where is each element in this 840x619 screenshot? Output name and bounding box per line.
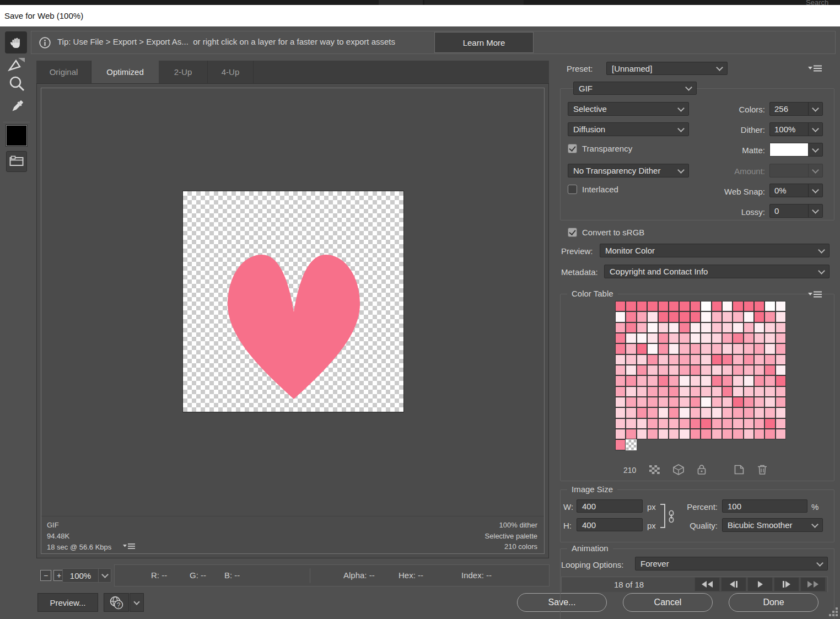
color-swatch[interactable] (679, 354, 690, 365)
color-swatch[interactable] (733, 354, 743, 365)
color-swatch[interactable] (615, 397, 626, 407)
color-reduction-select[interactable]: Selective (568, 102, 689, 116)
preset-select[interactable]: [Unnamed] (606, 62, 728, 75)
color-swatch[interactable] (754, 407, 764, 418)
color-swatch[interactable] (701, 354, 711, 365)
color-swatch[interactable] (647, 343, 658, 354)
color-swatch[interactable] (669, 343, 679, 354)
delete-color-icon[interactable] (757, 464, 767, 475)
color-swatch[interactable] (776, 311, 786, 322)
tool-slice-select-button[interactable] (7, 55, 26, 73)
color-swatch[interactable] (615, 375, 626, 386)
color-swatch[interactable] (637, 429, 647, 439)
color-swatch[interactable] (615, 301, 626, 311)
zoom-out-button[interactable]: − (40, 570, 51, 581)
color-swatch[interactable] (637, 354, 647, 365)
percent-input[interactable]: 100 (722, 499, 807, 513)
color-swatch[interactable] (776, 397, 786, 407)
color-swatch[interactable] (744, 375, 754, 386)
color-swatch[interactable] (722, 311, 733, 322)
color-swatch[interactable] (733, 418, 743, 429)
zoom-level-select[interactable]: 100% (62, 568, 111, 583)
color-swatch[interactable] (754, 333, 764, 343)
web-shift-cube-icon[interactable] (672, 464, 685, 475)
color-swatch[interactable] (744, 418, 754, 429)
color-swatch[interactable] (637, 322, 647, 333)
color-swatch[interactable] (764, 343, 775, 354)
color-swatch[interactable] (776, 301, 786, 311)
color-swatch[interactable] (754, 386, 764, 397)
color-swatch[interactable] (690, 365, 701, 375)
learn-more-button[interactable]: Learn More (434, 32, 534, 53)
format-select[interactable]: GIF (573, 82, 697, 95)
convert-srgb-checkbox[interactable] (568, 228, 577, 237)
height-input[interactable]: 400 (577, 518, 643, 531)
color-swatch[interactable] (722, 354, 733, 365)
color-swatch[interactable] (647, 375, 658, 386)
color-swatch[interactable] (701, 301, 711, 311)
color-swatch[interactable] (690, 322, 701, 333)
color-swatch[interactable] (712, 311, 722, 322)
color-swatch[interactable] (626, 311, 636, 322)
color-swatch[interactable] (744, 386, 754, 397)
color-swatch[interactable] (744, 354, 754, 365)
color-swatch[interactable] (712, 397, 722, 407)
color-swatch[interactable] (776, 418, 786, 429)
color-swatch[interactable] (722, 418, 733, 429)
preset-menu-icon[interactable] (808, 64, 822, 72)
image-canvas[interactable] (182, 191, 404, 412)
color-swatch[interactable] (744, 311, 754, 322)
color-swatch[interactable] (690, 375, 701, 386)
color-swatch[interactable] (626, 429, 636, 439)
tool-eyedropper-button[interactable] (7, 96, 27, 116)
color-swatch[interactable] (658, 354, 669, 365)
color-swatch[interactable] (658, 311, 669, 322)
color-swatch[interactable] (658, 333, 669, 343)
color-swatch[interactable] (669, 418, 679, 429)
color-swatch[interactable] (626, 365, 636, 375)
color-swatch[interactable] (615, 333, 626, 343)
color-swatch[interactable] (754, 429, 764, 439)
transparency-checkbox[interactable] (568, 144, 577, 153)
first-frame-button[interactable] (694, 577, 720, 591)
color-swatch[interactable] (626, 322, 636, 333)
color-swatch[interactable] (722, 322, 733, 333)
color-swatch[interactable] (776, 365, 786, 375)
play-button[interactable] (747, 577, 773, 591)
color-swatch[interactable] (733, 386, 743, 397)
next-frame-button[interactable] (774, 577, 799, 591)
color-swatch[interactable] (626, 386, 636, 397)
preview-mode-select[interactable]: Monitor Color (600, 244, 830, 257)
color-swatch[interactable] (658, 418, 669, 429)
tool-hand-button[interactable] (5, 31, 27, 53)
color-swatch[interactable] (626, 301, 636, 311)
color-swatch-transparency[interactable] (626, 439, 636, 450)
color-swatch[interactable] (626, 333, 636, 343)
tab-optimized[interactable]: Optimized (91, 61, 159, 83)
color-swatch[interactable] (754, 397, 764, 407)
color-swatch[interactable] (733, 375, 743, 386)
color-swatch[interactable] (744, 333, 754, 343)
color-swatch[interactable] (647, 386, 658, 397)
color-swatch[interactable] (690, 418, 701, 429)
color-swatch[interactable] (754, 365, 764, 375)
color-swatch[interactable] (615, 439, 626, 450)
last-frame-button[interactable] (800, 577, 826, 591)
metadata-select[interactable]: Copyright and Contact Info (604, 265, 830, 278)
color-swatch[interactable] (690, 407, 701, 418)
color-swatch[interactable] (744, 365, 754, 375)
colors-input[interactable]: 256 (769, 102, 823, 116)
info-menu-icon[interactable] (123, 543, 135, 550)
color-swatch[interactable] (776, 322, 786, 333)
color-swatch[interactable] (658, 365, 669, 375)
quality-select[interactable]: Bicubic Smoother (722, 518, 823, 532)
color-swatch[interactable] (722, 386, 733, 397)
color-swatch[interactable] (701, 397, 711, 407)
color-swatch[interactable] (669, 354, 679, 365)
color-swatch[interactable] (615, 418, 626, 429)
color-swatch[interactable] (701, 375, 711, 386)
color-swatch[interactable] (658, 397, 669, 407)
color-swatch[interactable] (690, 386, 701, 397)
color-swatch[interactable] (679, 375, 690, 386)
color-swatch[interactable] (701, 343, 711, 354)
